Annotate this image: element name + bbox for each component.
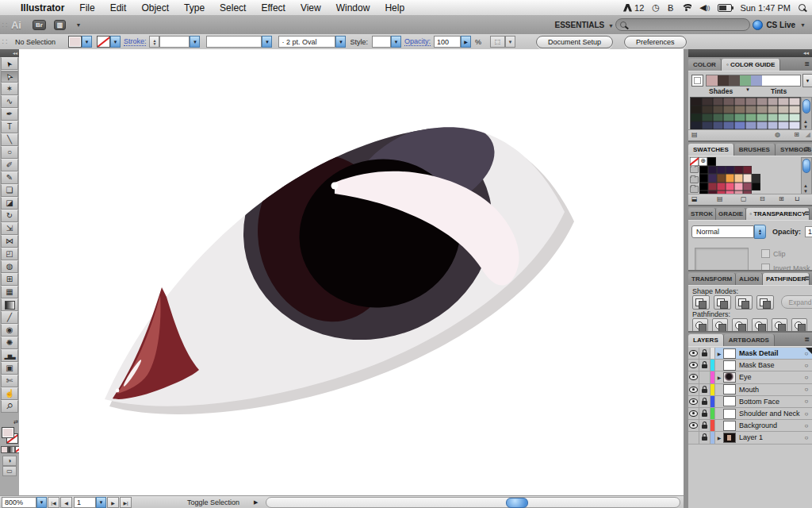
zoom-tool[interactable]: ⚲ (1, 400, 18, 413)
color-swatch[interactable] (743, 166, 752, 175)
layer-row-shoulder-and-neck[interactable]: Shoulder and Neck ○ (688, 408, 812, 420)
variable-width-profile-select[interactable] (206, 36, 262, 48)
lock-toggle[interactable] (699, 348, 710, 359)
width-tool[interactable]: ⋈ (1, 235, 18, 248)
shape-mode-minus-front-button[interactable] (714, 295, 731, 310)
menu-window[interactable]: Window (336, 2, 370, 13)
shape-mode-intersect-button[interactable] (735, 295, 753, 310)
color-swatch[interactable] (734, 183, 743, 191)
gradient-button[interactable] (8, 446, 15, 453)
arrange-documents-arrow-icon[interactable]: ▼ (75, 22, 81, 28)
color-swatch[interactable] (734, 166, 743, 175)
tab-brushes[interactable]: BRUSHES (734, 144, 776, 156)
graph-tool[interactable]: ▂▆▃ (1, 349, 18, 362)
battery-icon[interactable] (718, 4, 732, 12)
spotlight-icon[interactable] (799, 4, 806, 11)
last-artboard-button[interactable]: ▶| (120, 497, 132, 508)
panel-menu-icon[interactable]: ≣ (804, 210, 810, 217)
color-variation-swatch[interactable] (756, 114, 768, 121)
color-swatch[interactable] (734, 174, 743, 183)
color-variation-swatch[interactable] (745, 106, 756, 114)
menu-file[interactable]: File (79, 2, 94, 13)
variation-dropdown-icon[interactable]: ▼ (745, 87, 750, 92)
color-variation-swatch[interactable] (702, 121, 713, 129)
magic-wand-tool[interactable]: ✶ (1, 83, 18, 95)
color-swatch[interactable] (743, 183, 752, 191)
width-profile-dropdown-icon[interactable]: ▼ (262, 36, 272, 48)
dock-collapse-button[interactable]: ◂◂ (688, 49, 812, 57)
panel-menu-icon[interactable]: ≣ (804, 60, 810, 67)
color-variation-swatch[interactable] (756, 121, 768, 129)
menu-view[interactable]: View (301, 2, 321, 13)
harmony-rules-dropdown-icon[interactable]: ▼ (802, 74, 812, 87)
limit-colors-icon[interactable]: ▤ (691, 131, 698, 138)
color-variation-swatch[interactable] (756, 106, 768, 114)
hand-tool[interactable]: ☝ (1, 387, 18, 400)
stroke-weight-stepper[interactable]: ▲▼ (149, 36, 159, 48)
visibility-toggle[interactable] (688, 408, 699, 419)
layer-name[interactable]: Background (739, 421, 801, 429)
lasso-tool[interactable]: ∿ (1, 95, 18, 108)
fill-color-swatch[interactable] (68, 36, 82, 48)
color-variation-swatch[interactable] (768, 121, 779, 129)
cs-live-menu[interactable]: CS Live▼ (753, 20, 806, 30)
delete-swatch-icon[interactable]: ⊔ (795, 195, 799, 202)
type-tool[interactable]: T (1, 121, 18, 133)
tab-stroke[interactable]: STROK (688, 208, 716, 220)
color-variation-swatch[interactable] (778, 106, 789, 114)
layer-thumbnail[interactable] (723, 360, 736, 371)
layer-thumbnail[interactable] (723, 409, 736, 419)
brush-definition-select[interactable]: · 2 pt. Oval (278, 36, 335, 48)
color-variation-swatch[interactable] (756, 98, 768, 106)
pen-tool[interactable]: ✒ (1, 108, 18, 121)
volume-icon[interactable]: ◀)) (699, 2, 710, 13)
color-swatch[interactable] (726, 183, 734, 191)
rotate-tool[interactable]: ↻ (1, 210, 18, 222)
shape-builder-tool[interactable]: ◍ (1, 260, 18, 273)
color-swatch[interactable] (717, 166, 726, 175)
tab-swatches[interactable]: SWATCHES (688, 144, 734, 156)
zoom-level-field[interactable]: 800% (2, 497, 36, 508)
harmony-swatch[interactable] (729, 75, 740, 86)
layer-target-icon[interactable]: ○ (801, 398, 812, 405)
color-swatch[interactable] (708, 183, 717, 191)
color-variation-swatch[interactable] (745, 121, 756, 129)
scrollbar-thumb[interactable] (802, 99, 810, 114)
artboard-canvas[interactable] (19, 49, 684, 495)
mesh-tool[interactable]: ▦ (1, 286, 18, 298)
visibility-toggle[interactable] (688, 384, 699, 395)
color-swatch[interactable] (743, 174, 752, 183)
style-dropdown-icon[interactable]: ▼ (391, 36, 401, 48)
layer-target-icon[interactable]: ○ (801, 374, 812, 381)
layer-name[interactable]: Mouth (739, 386, 801, 394)
artboard-dropdown-icon[interactable]: ▼ (96, 497, 106, 508)
horizontal-scrollbar-thumb[interactable] (506, 498, 528, 508)
disclosure-triangle-icon[interactable]: ▶ (715, 375, 723, 380)
registration-swatch[interactable]: ⊕ (699, 157, 707, 166)
symbol-sprayer-tool[interactable]: ✺ (1, 337, 18, 349)
line-segment-tool[interactable]: ╲ (1, 133, 18, 146)
tools-panel-header[interactable]: ◂◂ (0, 49, 19, 57)
color-variation-swatch[interactable] (778, 114, 789, 121)
tab-pathfinder[interactable]: PATHFINDER (763, 273, 810, 285)
color-swatch[interactable] (726, 174, 734, 183)
status-mode-label[interactable]: Toggle Selection (187, 498, 239, 506)
color-variation-swatch[interactable] (723, 114, 734, 121)
perspective-grid-tool[interactable]: ⊞ (1, 273, 18, 286)
color-variation-swatch[interactable] (778, 121, 789, 129)
tab-gradient[interactable]: GRADIE (716, 208, 746, 220)
clip-checkbox[interactable] (761, 249, 770, 258)
color-variation-swatch[interactable] (734, 98, 745, 106)
color-swatch[interactable] (726, 166, 734, 175)
layer-thumbnail[interactable] (723, 348, 736, 359)
eraser-tool[interactable]: ◪ (1, 197, 18, 210)
color-variation-swatch[interactable] (702, 114, 713, 121)
color-variation-swatch[interactable] (723, 106, 734, 114)
color-swatch[interactable] (708, 166, 717, 175)
lock-toggle[interactable] (699, 384, 710, 395)
lock-toggle[interactable] (699, 396, 710, 407)
layer-row-layer-1[interactable]: ▶ Layer 1 ○ (688, 432, 812, 444)
color-swatch[interactable] (699, 183, 708, 191)
brush-dropdown-icon[interactable]: ▼ (335, 36, 346, 48)
color-variation-swatch[interactable] (691, 121, 702, 129)
